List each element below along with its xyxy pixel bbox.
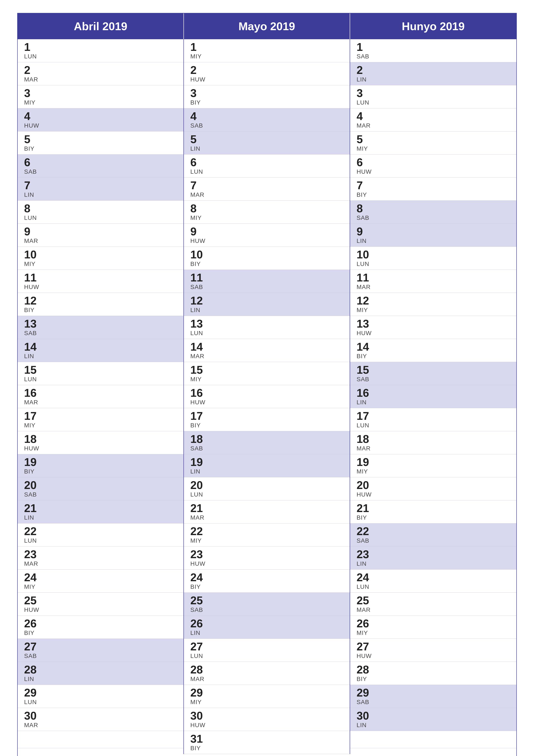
day-number: 26 <box>357 618 512 629</box>
day-number: 7 <box>24 180 179 191</box>
day-number: 22 <box>24 526 179 537</box>
day-number: 9 <box>357 226 512 237</box>
day-name: MIY <box>191 53 345 60</box>
day-number: 28 <box>24 664 179 675</box>
day-name: MAR <box>357 445 512 452</box>
day-name: MIY <box>191 537 345 544</box>
day-name: LIN <box>191 468 345 475</box>
day-number: 24 <box>24 572 179 583</box>
day-cell: 28BIY <box>350 662 516 685</box>
day-cell: 26BIY <box>18 616 184 639</box>
day-number: 2 <box>24 65 179 76</box>
day-name: SAB <box>24 168 179 175</box>
day-cell: 15MIY <box>184 362 350 385</box>
day-name: LUN <box>191 330 345 337</box>
day-number: 10 <box>357 249 512 260</box>
day-cell: 23MAR <box>18 547 184 570</box>
day-name: MIY <box>24 583 179 590</box>
day-cell: 17BIY <box>184 408 350 431</box>
day-number: 12 <box>357 295 512 306</box>
day-cell: 26LIN <box>184 616 350 639</box>
day-number: 4 <box>357 111 512 122</box>
day-cell: 15LUN <box>18 362 184 385</box>
day-cell: 9LIN <box>350 224 516 247</box>
day-number: 22 <box>357 526 512 537</box>
day-number: 3 <box>24 88 179 99</box>
day-number: 11 <box>24 272 179 283</box>
day-number: 29 <box>24 687 179 698</box>
day-cell: 24BIY <box>184 570 350 593</box>
day-cell: 25MAR <box>350 593 516 616</box>
day-name: LUN <box>357 99 512 106</box>
day-name: LUN <box>191 168 345 175</box>
day-cell: 12BIY <box>18 293 184 316</box>
day-name: LUN <box>191 491 345 498</box>
day-number: 6 <box>24 157 179 168</box>
day-name: MIY <box>24 99 179 106</box>
day-number: 20 <box>24 479 179 491</box>
day-name: MIY <box>357 145 512 152</box>
day-name: SAB <box>357 537 512 544</box>
day-name: LUN <box>357 260 512 267</box>
day-cell: 18SAB <box>184 431 350 454</box>
day-number: 27 <box>24 641 179 652</box>
month-column-0: 1LUN2MAR3MIY4HUW5BIY6SAB7LIN8LUN9MAR10MI… <box>18 39 184 754</box>
day-cell: 11SAB <box>184 270 350 293</box>
day-cell: 17MIY <box>18 408 184 431</box>
day-cell: 17LUN <box>350 408 516 431</box>
day-number: 19 <box>24 456 179 468</box>
day-name: LUN <box>357 422 512 429</box>
day-name: BIY <box>357 676 512 683</box>
day-cell: 8SAB <box>350 201 516 224</box>
calendar-header: Abril 2019Mayo 2019Hunyo 2019 <box>18 14 516 39</box>
day-number: 18 <box>24 433 179 445</box>
day-number: 21 <box>357 502 512 514</box>
day-cell: 8LUN <box>18 201 184 224</box>
day-number: 18 <box>191 433 345 445</box>
day-name: SAB <box>191 607 345 613</box>
day-name: SAB <box>357 699 512 706</box>
day-cell: 29MIY <box>184 685 350 708</box>
day-cell: 22LUN <box>18 524 184 547</box>
day-name: LUN <box>24 537 179 544</box>
day-number: 10 <box>24 249 179 260</box>
day-name: HUW <box>357 491 512 498</box>
day-cell: 8MIY <box>184 201 350 224</box>
day-name: HUW <box>24 122 179 129</box>
day-name: SAB <box>357 214 512 221</box>
month-header: Mayo 2019 <box>184 14 350 39</box>
day-name: LIN <box>24 353 179 360</box>
day-cell: 10BIY <box>184 247 350 270</box>
day-number: 29 <box>191 687 345 698</box>
day-number: 30 <box>191 710 345 721</box>
day-cell: 23LIN <box>350 547 516 570</box>
day-number: 8 <box>191 203 345 214</box>
day-cell: 13SAB <box>18 316 184 339</box>
day-number: 16 <box>191 387 345 398</box>
day-number: 21 <box>191 502 345 514</box>
day-name: MIY <box>191 699 345 706</box>
day-number: 23 <box>357 549 512 560</box>
day-name: LIN <box>24 514 179 521</box>
day-number: 13 <box>191 318 345 329</box>
day-number: 13 <box>357 318 512 329</box>
day-number: 5 <box>24 134 179 145</box>
day-cell: 22MIY <box>184 524 350 547</box>
day-number: 13 <box>24 318 179 329</box>
day-name: MAR <box>24 722 179 729</box>
day-name: LIN <box>357 76 512 83</box>
day-cell: 16LIN <box>350 385 516 408</box>
day-name: MAR <box>24 76 179 83</box>
day-number: 3 <box>357 88 512 99</box>
day-number: 14 <box>357 341 512 352</box>
month-column-2: 1SAB2LIN3LUN4MAR5MIY6HUW7BIY8SAB9LIN10LU… <box>350 39 516 754</box>
day-cell: 30MAR <box>18 708 184 731</box>
day-cell: 5MIY <box>350 131 516 154</box>
day-name: LUN <box>24 376 179 383</box>
day-cell: 31BIY <box>184 731 350 754</box>
day-cell: 25SAB <box>184 593 350 616</box>
day-name: SAB <box>191 445 345 452</box>
day-name: MAR <box>191 676 345 683</box>
day-number: 30 <box>357 710 512 721</box>
day-cell: 19BIY <box>18 454 184 477</box>
